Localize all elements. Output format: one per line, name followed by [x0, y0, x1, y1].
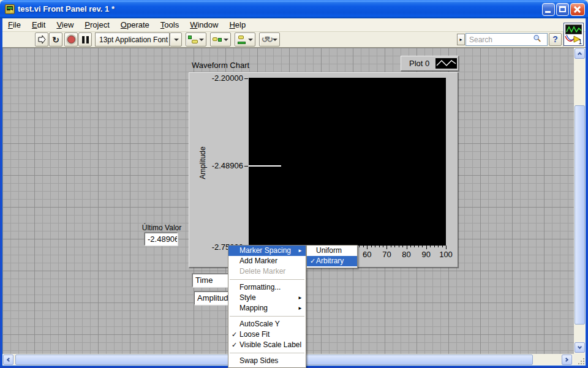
scroll-left-button[interactable]	[3, 355, 13, 365]
context-menu-item-formatting[interactable]: Formatting...	[228, 282, 306, 293]
distribute-objects-button[interactable]	[210, 32, 231, 47]
window-title: test.vi Front Panel rev. 1 *	[18, 4, 115, 13]
run-icon	[37, 35, 47, 44]
align-objects-icon	[188, 36, 198, 44]
x-axis-tick	[438, 246, 439, 247]
maximize-button[interactable]	[556, 3, 569, 16]
chevron-down-icon	[578, 345, 582, 349]
x-axis-tick	[402, 246, 403, 247]
waveform-trace	[249, 165, 281, 167]
context-menu-item-mapping[interactable]: Mapping►	[228, 303, 306, 314]
x-axis-tick	[446, 246, 447, 249]
search-history-button[interactable]: ▸	[457, 34, 465, 45]
continuous-run-icon: ↻	[52, 35, 59, 45]
context-menu-item-label: Delete Marker	[239, 267, 285, 276]
minimize-button[interactable]	[542, 3, 555, 16]
vi-icon	[5, 4, 15, 14]
x-axis-tick	[386, 246, 387, 249]
submenu-arrow-icon: ►	[298, 246, 303, 256]
context-menu-item-label: Marker Spacing	[239, 246, 291, 255]
plot-legend-sample[interactable]	[435, 58, 457, 69]
context-menu-item-label: Mapping	[239, 304, 268, 312]
resize-objects-icon	[237, 36, 247, 44]
ultimo-valor-indicator[interactable]: -2.48906	[145, 233, 178, 246]
checkmark-icon: ✓	[310, 256, 315, 266]
context-menu-item-label: Formatting...	[239, 283, 281, 291]
run-button[interactable]	[35, 32, 48, 47]
context-menu-item-marker-spacing[interactable]: Marker Spacing►	[228, 246, 306, 256]
context-menu-item-visible-scale-label[interactable]: ✓Visible Scale Label	[228, 340, 306, 350]
context-menu-item-label: Style	[239, 293, 256, 302]
menu-help[interactable]: Help	[224, 18, 251, 32]
scroll-right-button[interactable]	[562, 355, 572, 365]
context-menu-separator	[228, 350, 306, 356]
context-submenu-item-uniform[interactable]: Uniform	[307, 246, 357, 256]
context-menu-item-label: AutoScale Y	[239, 320, 280, 328]
x-axis-tick	[383, 246, 383, 247]
chevron-down-icon	[224, 39, 228, 41]
context-menu-separator	[228, 277, 306, 282]
x-axis-label: 70	[382, 250, 391, 259]
window-border-right	[586, 18, 588, 366]
x-axis-tick	[407, 246, 407, 249]
chart-label[interactable]: Waveform Chart	[192, 61, 249, 70]
scroll-up-button[interactable]	[575, 48, 585, 59]
reorder-button[interactable]: ↺↻	[259, 32, 280, 47]
font-selector[interactable]: 13pt Application Font	[95, 32, 170, 47]
plot-legend[interactable]: Plot 0	[401, 56, 459, 71]
title-bar[interactable]: test.vi Front Panel rev. 1 *	[0, 0, 588, 18]
labview-logo-button[interactable]: 1	[564, 23, 584, 46]
help-button[interactable]: ?	[549, 33, 562, 46]
context-menu-item-style[interactable]: Style►	[228, 293, 306, 303]
resize-objects-button[interactable]	[235, 32, 255, 47]
resize-grip-icon	[583, 363, 584, 364]
plot-area[interactable]	[249, 78, 446, 246]
plot-line-icon	[435, 58, 457, 69]
maximize-icon	[559, 6, 566, 12]
x-axis-tick	[426, 246, 427, 249]
abort-button[interactable]	[64, 32, 78, 47]
context-menu-item-loose-fit[interactable]: ✓Loose Fit	[228, 329, 306, 340]
pause-button[interactable]	[78, 32, 92, 47]
context-submenu-item-label: Uniform	[316, 246, 342, 255]
menu-window[interactable]: Window	[184, 18, 224, 32]
waveform-chart[interactable]: Amplitude -2.20000-2.48906-2.75000 01020…	[189, 72, 458, 268]
context-menu-item-delete-marker: Delete Marker	[228, 266, 306, 277]
context-menu-item-label: Visible Scale Label	[239, 340, 301, 349]
toolbar: ↻ 13pt Application Font ↺↻ ▸ Search ?	[2, 32, 586, 48]
font-selector-dropdown[interactable]	[170, 32, 182, 47]
chevron-left-icon	[7, 358, 11, 362]
menu-project[interactable]: Project	[79, 18, 115, 32]
vertical-scroll-thumb[interactable]	[575, 105, 585, 325]
x-axis-tick	[359, 246, 360, 247]
menu-file[interactable]: File	[2, 18, 26, 32]
context-menu-item-add-marker[interactable]: Add Marker	[228, 256, 306, 266]
context-menu-item-swap-sides[interactable]: Swap Sides	[228, 356, 306, 366]
resize-grip[interactable]	[574, 354, 586, 366]
search-icon[interactable]	[533, 34, 541, 43]
menu-view[interactable]: View	[51, 18, 79, 32]
run-continuously-button[interactable]: ↻	[49, 32, 62, 47]
align-objects-button[interactable]	[186, 32, 206, 47]
scroll-down-button[interactable]	[575, 342, 585, 353]
close-button[interactable]	[570, 3, 585, 16]
vertical-scrollbar[interactable]	[574, 48, 586, 354]
x-axis-tick	[430, 246, 431, 247]
plot-legend-label: Plot 0	[409, 59, 429, 68]
pause-icon	[82, 36, 85, 43]
x-axis-tick	[367, 246, 368, 249]
logo-scope-icon	[565, 24, 582, 34]
reorder-icon: ↺↻	[262, 35, 271, 44]
menu-tools[interactable]: Tools	[155, 18, 184, 32]
context-menu-item-autoscale-y[interactable]: AutoScale Y	[228, 319, 306, 329]
x-axis-tick	[414, 246, 415, 247]
x-axis-tick	[399, 246, 399, 247]
context-submenu-item-arbitrary[interactable]: ✓Arbitrary	[307, 256, 357, 266]
menu-operate[interactable]: Operate	[115, 18, 155, 32]
x-axis-label: 60	[363, 250, 371, 259]
minimize-icon	[545, 11, 551, 13]
submenu-arrow-icon: ►	[298, 303, 303, 314]
menu-edit[interactable]: Edit	[26, 18, 51, 32]
x-axis-tick	[375, 246, 375, 247]
submenu-arrow-icon: ►	[298, 293, 303, 303]
